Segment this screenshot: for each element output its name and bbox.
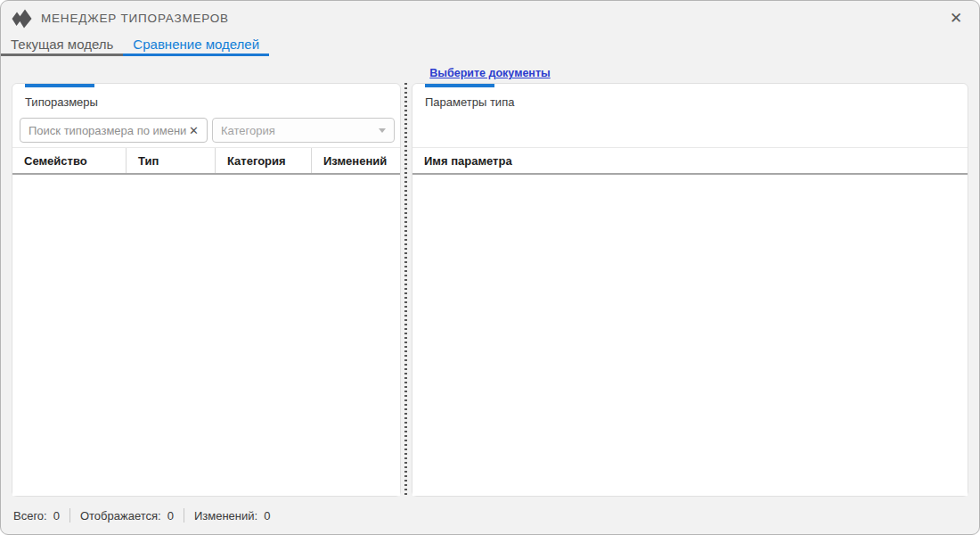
type-parameters-panel: Параметры типа Имя параметра <box>412 83 968 497</box>
column-header-family[interactable]: Семейство <box>12 148 127 173</box>
app-logo-icon <box>10 8 33 29</box>
clear-search-icon[interactable]: ✕ <box>189 125 199 136</box>
category-dropdown[interactable]: Категория <box>212 118 395 143</box>
typesizes-panel-title: Типоразмеры <box>25 95 98 109</box>
window-title: МЕНЕДЖЕР ТИПОРАЗМЕРОВ <box>41 12 229 25</box>
typesizes-panel-accent-bar <box>25 84 94 87</box>
status-separator <box>69 508 70 523</box>
status-total-value: 0 <box>53 509 60 523</box>
chevron-down-icon <box>379 128 386 133</box>
typesizes-filters: ✕ Категория <box>20 118 395 143</box>
select-documents-link[interactable]: Выберите документы <box>429 67 550 79</box>
tab-model-comparison[interactable]: Сравнение моделей <box>123 36 269 56</box>
tab-label: Сравнение моделей <box>133 37 259 52</box>
type-parameters-panel-title: Параметры типа <box>425 95 514 109</box>
tab-current-model[interactable]: Текущая модель <box>1 36 123 56</box>
status-bar: Всего: 0 Отображается: 0 Изменений: 0 <box>1 497 979 534</box>
column-header-changes[interactable]: Изменений <box>312 148 400 173</box>
close-icon[interactable]: ✕ <box>944 6 968 29</box>
category-dropdown-placeholder: Категория <box>213 124 379 137</box>
column-header-parameter-name[interactable]: Имя параметра <box>412 148 968 173</box>
status-displayed-label: Отображается: <box>80 509 161 523</box>
tab-strip: Текущая модель Сравнение моделей <box>1 36 269 56</box>
title-bar: МЕНЕДЖЕР ТИПОРАЗМЕРОВ ✕ <box>1 1 979 35</box>
typesizes-table-body[interactable] <box>12 177 400 496</box>
status-changes: Изменений: 0 <box>194 509 270 523</box>
status-changes-label: Изменений: <box>194 509 257 523</box>
status-changes-value: 0 <box>264 509 270 523</box>
typesize-search-input[interactable] <box>20 124 189 137</box>
status-total-label: Всего: <box>13 509 47 523</box>
typesizes-panel: Типоразмеры ✕ Категория Семейство Тип Ка… <box>12 83 401 497</box>
status-displayed-value: 0 <box>167 509 174 523</box>
panel-splitter[interactable] <box>404 83 407 497</box>
documents-link-row: Выберите документы <box>1 64 979 80</box>
parameters-table-header: Имя параметра <box>412 147 968 175</box>
app-window: МЕНЕДЖЕР ТИПОРАЗМЕРОВ ✕ Текущая модель С… <box>0 0 980 535</box>
column-header-category[interactable]: Категория <box>216 148 312 173</box>
column-header-type[interactable]: Тип <box>127 148 216 173</box>
type-parameters-panel-accent-bar <box>425 84 494 87</box>
tab-label: Текущая модель <box>11 37 113 52</box>
status-separator <box>184 508 184 523</box>
typesizes-table-header: Семейство Тип Категория Изменений <box>12 147 400 175</box>
main-content: Типоразмеры ✕ Категория Семейство Тип Ка… <box>12 83 968 497</box>
parameters-table-body[interactable] <box>412 177 968 496</box>
typesize-search-box: ✕ <box>20 118 208 143</box>
status-displayed: Отображается: 0 <box>80 509 174 523</box>
status-total: Всего: 0 <box>13 509 60 523</box>
